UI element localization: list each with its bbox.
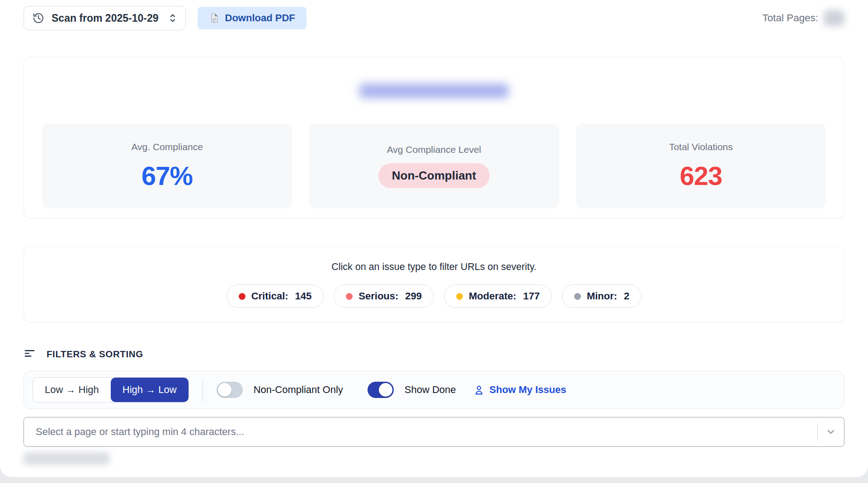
total-pages-value-redacted (824, 10, 844, 26)
severity-label: Serious: (359, 290, 398, 302)
severity-label: Minor: (587, 290, 617, 302)
severity-pill-moderate[interactable]: Moderate: 177 (444, 284, 552, 308)
minor-dot-icon (574, 293, 581, 300)
total-violations-value: 623 (679, 161, 722, 191)
report-title-link-redacted[interactable] (359, 84, 509, 98)
severity-count: 145 (295, 290, 312, 302)
page-select-input[interactable] (24, 417, 817, 446)
filters-heading-label: FILTERS & SORTING (47, 349, 143, 360)
filter-bar: Low → High High → Low Non-Compliant Only… (24, 371, 844, 409)
severity-pill-row: Critical: 145 Serious: 299 Moderate: 177… (24, 284, 844, 308)
filter-bar-divider (203, 378, 203, 402)
sort-high-low-button[interactable]: High → Low (111, 378, 189, 402)
dashboard-page: Scan from 2025-10-29 Download PDF Total … (0, 0, 868, 477)
show-done-label: Show Done (405, 384, 456, 396)
download-pdf-button[interactable]: Download PDF (198, 7, 307, 29)
stat-label: Total Violations (669, 142, 733, 152)
filters-sorting-heading: FILTERS & SORTING (24, 348, 844, 360)
show-my-issues-label: Show My Issues (490, 384, 566, 396)
severity-count: 2 (624, 290, 629, 302)
severity-count: 177 (523, 290, 540, 302)
critical-dot-icon (239, 293, 245, 300)
up-down-caret-icon (168, 12, 177, 24)
person-icon (473, 384, 485, 396)
stat-card-avg-compliance: Avg. Compliance 67% (42, 123, 292, 208)
page-select-combobox (24, 417, 844, 447)
scan-date-label: Scan from 2025-10-29 (52, 12, 159, 24)
avg-compliance-value: 67% (142, 161, 193, 191)
stat-card-compliance-level: Avg Compliance Level Non-Compliant (309, 123, 559, 208)
total-pages: Total Pages: (762, 10, 844, 26)
show-done-toggle[interactable] (368, 382, 394, 398)
chevron-down-icon[interactable] (818, 426, 844, 437)
pdf-file-icon (209, 13, 220, 24)
footnote-text-redacted (24, 452, 109, 465)
moderate-dot-icon (456, 293, 463, 300)
top-toolbar: Scan from 2025-10-29 Download PDF Total … (24, 5, 844, 31)
summary-stats-row: Avg. Compliance 67% Avg Compliance Level… (42, 123, 826, 208)
severity-instruction: Click on an issue type to filter URLs on… (24, 261, 844, 273)
scan-date-selector[interactable]: Scan from 2025-10-29 (24, 6, 186, 30)
total-pages-label: Total Pages: (762, 12, 818, 24)
stat-label: Avg. Compliance (131, 142, 203, 152)
stat-label: Avg Compliance Level (387, 144, 481, 155)
severity-label: Critical: (251, 290, 288, 302)
sort-low-high-button[interactable]: Low → High (33, 378, 111, 402)
sort-order-segmented-control: Low → High High → Low (33, 377, 189, 402)
severity-pill-minor[interactable]: Minor: 2 (562, 284, 642, 308)
non-compliant-only-toggle[interactable] (217, 382, 243, 398)
stat-card-total-violations: Total Violations 623 (576, 123, 826, 208)
severity-filter-card: Click on an issue type to filter URLs on… (24, 246, 844, 322)
compliance-level-badge: Non-Compliant (378, 163, 490, 188)
summary-card: Avg. Compliance 67% Avg Compliance Level… (24, 57, 844, 218)
history-icon (32, 12, 45, 24)
severity-pill-serious[interactable]: Serious: 299 (334, 284, 434, 308)
filter-sort-icon (24, 348, 36, 360)
severity-pill-critical[interactable]: Critical: 145 (226, 284, 324, 308)
non-compliant-only-label: Non-Compliant Only (254, 384, 343, 396)
download-pdf-label: Download PDF (225, 12, 295, 24)
severity-label: Moderate: (469, 290, 516, 302)
severity-count: 299 (405, 290, 422, 302)
show-my-issues-button[interactable]: Show My Issues (473, 384, 566, 396)
serious-dot-icon (346, 293, 353, 300)
